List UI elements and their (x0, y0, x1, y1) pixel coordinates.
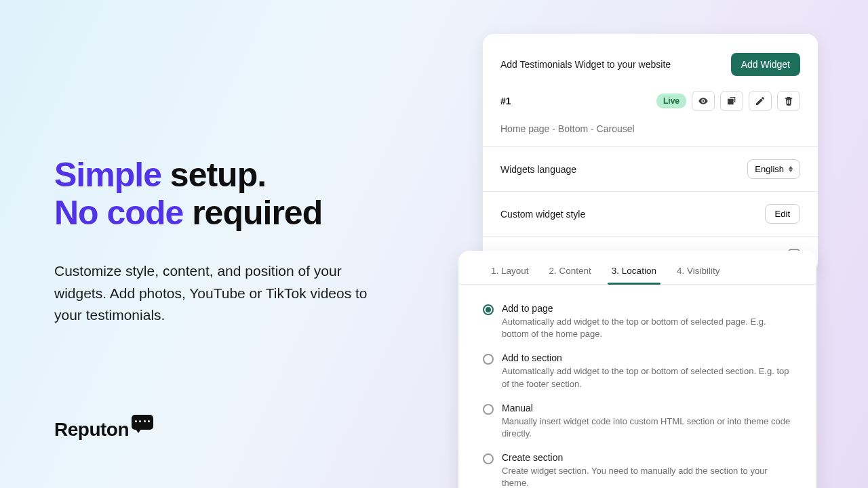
tab-location[interactable]: 3. Location (612, 266, 656, 284)
option-manual[interactable]: Manual Manually insert widget code into … (483, 396, 792, 446)
brand-name: Reputon (54, 419, 129, 441)
style-label: Custom widget style (500, 209, 585, 220)
language-label: Widgets language (500, 164, 576, 175)
location-panel: 1. Layout 2. Content 3. Location 4. Visi… (458, 251, 816, 488)
tab-visibility[interactable]: 4. Visibility (677, 266, 720, 284)
radio-unselected[interactable] (483, 404, 494, 415)
tab-layout[interactable]: 1. Layout (491, 266, 529, 284)
option-add-to-page[interactable]: Add to page Automatically add widget to … (483, 297, 792, 346)
sort-icon (789, 166, 793, 172)
pencil-icon (755, 96, 766, 106)
reputon-logo: Reputon (54, 415, 153, 441)
tabs: 1. Layout 2. Content 3. Location 4. Visi… (458, 251, 816, 285)
hero-copy: Simple setup. No code required Customize… (54, 156, 393, 327)
option-title: Add to section (502, 352, 792, 363)
hero-line1-accent: Simple (54, 156, 161, 194)
language-value: English (755, 164, 784, 174)
widget-item: #1 Live Home page - Bottom - Carousel (483, 91, 818, 146)
eye-icon (698, 96, 709, 106)
copy-icon (726, 96, 737, 106)
option-title: Manual (502, 403, 792, 413)
edit-button[interactable] (749, 91, 772, 111)
hero-line2-accent: No code (54, 194, 183, 232)
add-widget-button[interactable]: Add Widget (731, 53, 800, 76)
status-badge: Live (656, 94, 686, 108)
location-options: Add to page Automatically add widget to … (458, 285, 816, 488)
panel-title: Add Testimonials Widget to your website (500, 59, 671, 70)
hero-heading: Simple setup. No code required (54, 156, 393, 232)
language-select[interactable]: English (747, 159, 800, 179)
radio-unselected[interactable] (483, 354, 494, 365)
language-row: Widgets language English (483, 147, 818, 191)
hero-subtitle: Customize style, content, and position o… (54, 260, 393, 327)
option-title: Add to page (502, 303, 792, 314)
option-add-to-section[interactable]: Add to section Automatically add widget … (483, 346, 792, 396)
widget-description: Home page - Bottom - Carousel (500, 123, 800, 134)
widgets-panel: Add Testimonials Widget to your website … (483, 34, 818, 273)
edit-style-button[interactable]: Edit (765, 204, 800, 224)
option-desc: Automatically add widget to the top or b… (502, 365, 792, 390)
option-desc: Create widget section. You need to manua… (502, 465, 792, 488)
option-title: Create section (502, 452, 792, 463)
hero-line1-rest: setup. (161, 156, 266, 194)
speech-bubble-icon (132, 415, 153, 430)
duplicate-button[interactable] (720, 91, 743, 111)
option-create-section[interactable]: Create section Create widget section. Yo… (483, 446, 792, 488)
trash-icon (783, 96, 794, 106)
option-desc: Manually insert widget code into custom … (502, 415, 792, 440)
style-row: Custom widget style Edit (483, 192, 818, 236)
tab-content[interactable]: 2. Content (549, 266, 591, 284)
preview-button[interactable] (692, 91, 715, 111)
option-desc: Automatically add widget to the top or b… (502, 316, 792, 340)
widget-id: #1 (500, 96, 511, 106)
radio-unselected[interactable] (483, 453, 494, 464)
hero-line2-rest: required (183, 194, 322, 232)
radio-selected[interactable] (483, 304, 494, 315)
delete-button[interactable] (777, 91, 800, 111)
